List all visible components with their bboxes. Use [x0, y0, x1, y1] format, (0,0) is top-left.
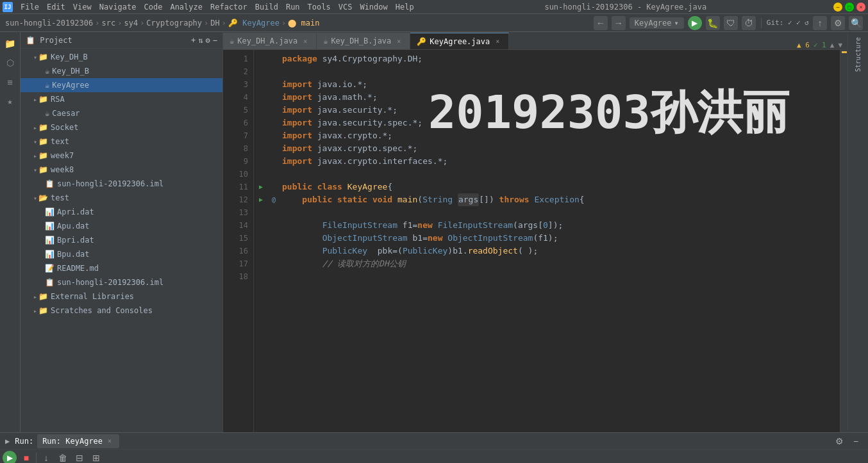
expand-btn[interactable]: ⊞ — [89, 451, 103, 463]
code-line-13 — [259, 206, 835, 219]
toolbar-back-btn[interactable]: ← — [594, 16, 608, 30]
menu-file[interactable]: File — [17, 0, 43, 14]
project-panel-settings[interactable]: ⚙ — [206, 36, 210, 45]
project-panel: 📋 Project + ⇅ ⚙ − ▾ 📁Key_DH_B ☕Key_DH_B … — [21, 32, 223, 432]
menu-window[interactable]: Window — [356, 0, 391, 14]
tab-keyagree[interactable]: 🔑 KeyAgree.java × — [410, 33, 509, 49]
menu-refactor[interactable]: Refactor — [206, 0, 251, 14]
bottom-tab-close[interactable]: × — [105, 437, 114, 446]
bottom-panel: ▶ Run: Run: KeyAgree × ⚙ − ▶ ■ ↓ 🗑 ⊟ ⊞ E… — [0, 432, 868, 463]
project-view-btn[interactable]: 📁 — [1, 35, 19, 53]
rerun-button[interactable]: ▶ — [3, 451, 17, 463]
tree-item-keyagree[interactable]: ☕KeyAgree — [21, 78, 222, 92]
menu-build[interactable]: Build — [251, 0, 282, 14]
favorites-btn[interactable]: ★ — [1, 92, 19, 110]
commit-btn[interactable]: ⬡ — [1, 54, 19, 72]
bc-sy4[interactable]: sy4 — [124, 19, 138, 28]
tree-item-bpri_dat[interactable]: 📊Bpri.dat — [21, 233, 222, 247]
scroll-output-btn[interactable]: ↓ — [39, 451, 53, 463]
tree-item-sun_hongli_20192306_iml[interactable]: 📋sun-hongli-20192306.iml — [21, 275, 222, 289]
tree-item-key_dh_b[interactable]: ☕Key_DH_B — [21, 64, 222, 78]
structure-strip: Structure — [847, 32, 868, 432]
tab-close-keyagree[interactable]: × — [493, 37, 502, 46]
structure-btn[interactable]: ≡ — [1, 73, 19, 91]
debug-button[interactable]: 🐛 — [706, 16, 720, 30]
tab-label-key-dh-b: Key_DH_B.java — [331, 37, 391, 45]
tab-key-dh-b[interactable]: ☕ Key_DH_B.java × — [317, 33, 410, 49]
editor-scroll-down[interactable]: ▼ — [838, 41, 842, 49]
code-line-4: import java.math.*; — [259, 91, 835, 104]
tree-item-apu_dat[interactable]: 📊Apu.dat — [21, 219, 222, 233]
code-line-15: ObjectInputStream b1=new ObjectInputStre… — [259, 232, 835, 245]
tree-item-week8[interactable]: ▾ 📁week8 — [21, 163, 222, 177]
bottom-toolbar: ▶ ■ ↓ 🗑 ⊟ ⊞ — [0, 450, 868, 463]
close-button[interactable]: × — [856, 3, 865, 12]
tree-item-test[interactable]: ▾ 📂test — [21, 191, 222, 205]
fold-btn[interactable]: ⊟ — [72, 451, 87, 463]
git-commit-btn[interactable]: ↑ — [813, 16, 827, 30]
bc-dh[interactable]: DH — [210, 19, 219, 28]
tab-key-dh-a[interactable]: ☕ Key_DH_A.java × — [223, 33, 317, 49]
maximize-button[interactable]: □ — [845, 3, 854, 12]
tree-item-external_libraries[interactable]: ▸ 📁External Libraries — [21, 289, 222, 304]
editor-scroll-up[interactable]: ▲ — [830, 41, 835, 49]
bc-cryptography[interactable]: Cryptography — [146, 19, 202, 28]
breadcrumb: sun-hongli-20192306 › src › sy4 › Crypto… — [5, 19, 319, 28]
settings-button[interactable]: ⚙ — [831, 16, 845, 30]
left-stripe: 📁 ⬡ ≡ ★ — [0, 32, 21, 432]
menu-run[interactable]: Run — [282, 0, 304, 14]
tree-item-readme_md[interactable]: 📝README.md — [21, 261, 222, 275]
tree-item-scratches_and_consoles[interactable]: ▸ 📁Scratches and Consoles — [21, 304, 222, 318]
project-panel-sync[interactable]: ⇅ — [198, 36, 203, 45]
tree-item-caesar[interactable]: ☕Caesar — [21, 106, 222, 120]
structure-view-btn[interactable]: Structure — [853, 35, 863, 74]
bottom-settings-btn[interactable]: ⚙ — [832, 434, 846, 448]
tab-close-key-dh-b[interactable]: × — [394, 37, 403, 45]
tree-item-week7[interactable]: ▸ 📁week7 — [21, 149, 222, 163]
project-panel-add[interactable]: + — [191, 36, 196, 45]
debug-gutter-12[interactable]: @ — [272, 193, 282, 206]
search-button[interactable]: 🔍 — [849, 16, 863, 30]
menu-view[interactable]: View — [69, 0, 96, 14]
menu-help[interactable]: Help — [392, 0, 418, 14]
code-editor[interactable]: package sy4.Cryptography.DH; import java… — [254, 50, 840, 432]
menu-navigate[interactable]: Navigate — [96, 0, 140, 14]
run-gutter-12[interactable]: ▶ — [259, 193, 269, 206]
menu-vcs[interactable]: VCS — [335, 0, 356, 14]
tree-item-text[interactable]: ▾ 📁text — [21, 134, 222, 149]
bc-file[interactable]: 🔑 KeyAgree — [228, 19, 280, 28]
bottom-tabs: ▶ Run: Run: KeyAgree × ⚙ − — [0, 433, 868, 450]
tree-item-socket[interactable]: ▸ 📁Socket — [21, 120, 222, 134]
coverage-button[interactable]: 🛡 — [724, 16, 738, 30]
clear-btn[interactable]: 🗑 — [56, 451, 70, 463]
tree-item-bpu_dat[interactable]: 📊Bpu.dat — [21, 247, 222, 261]
menu-tools[interactable]: Tools — [304, 0, 335, 14]
run-config-arrow: ▾ — [674, 19, 679, 28]
run-icon: ▶ — [5, 437, 10, 446]
tree-item-sun_hongli_20192306_iml[interactable]: 📋sun-hongli-20192306.iml — [21, 177, 222, 191]
bottom-tab-keyagree[interactable]: Run: KeyAgree × — [37, 434, 119, 448]
bc-project[interactable]: sun-hongli-20192306 — [5, 19, 93, 28]
tree-item-key_dh_b[interactable]: ▾ 📁Key_DH_B — [21, 50, 222, 64]
separator — [36, 453, 37, 463]
bottom-close-btn[interactable]: − — [849, 434, 863, 448]
tree-item-apri_dat[interactable]: 📊Apri.dat — [21, 205, 222, 219]
editor-scrollbar[interactable] — [840, 50, 847, 432]
menu-edit[interactable]: Edit — [43, 0, 69, 14]
menu-code[interactable]: Code — [140, 0, 167, 14]
tree-item-rsa[interactable]: ▸ 📁RSA — [21, 92, 222, 106]
editor-content[interactable]: 12345 678910 1112131415 161718 package s… — [223, 50, 847, 432]
run-gutter-11[interactable]: ▶ — [259, 181, 269, 193]
minimize-button[interactable]: − — [833, 3, 842, 12]
menu-analyze[interactable]: Analyze — [166, 0, 206, 14]
stop-button[interactable]: ■ — [19, 451, 33, 463]
toolbar-forward-btn[interactable]: → — [612, 16, 626, 30]
run-button[interactable]: ▶ — [688, 16, 702, 30]
run-config-selector[interactable]: KeyAgree ▾ — [630, 17, 684, 29]
bc-method[interactable]: ⬤ main — [288, 19, 319, 28]
window-controls: − □ × — [833, 3, 865, 12]
profile-button[interactable]: ⏱ — [742, 16, 756, 30]
bc-src[interactable]: src — [102, 19, 116, 28]
tab-close-key-dh-a[interactable]: × — [301, 37, 310, 45]
project-panel-close[interactable]: − — [213, 36, 217, 45]
